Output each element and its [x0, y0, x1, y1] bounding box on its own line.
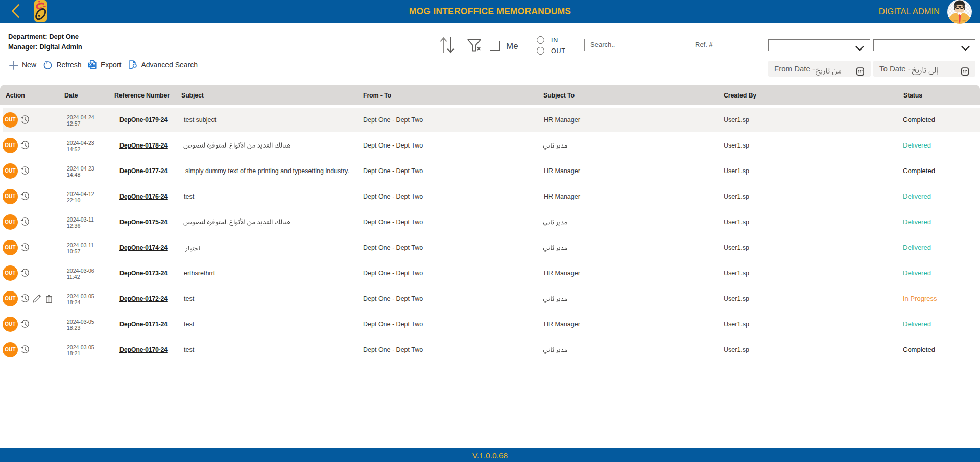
svg-text:X: X [89, 62, 92, 67]
